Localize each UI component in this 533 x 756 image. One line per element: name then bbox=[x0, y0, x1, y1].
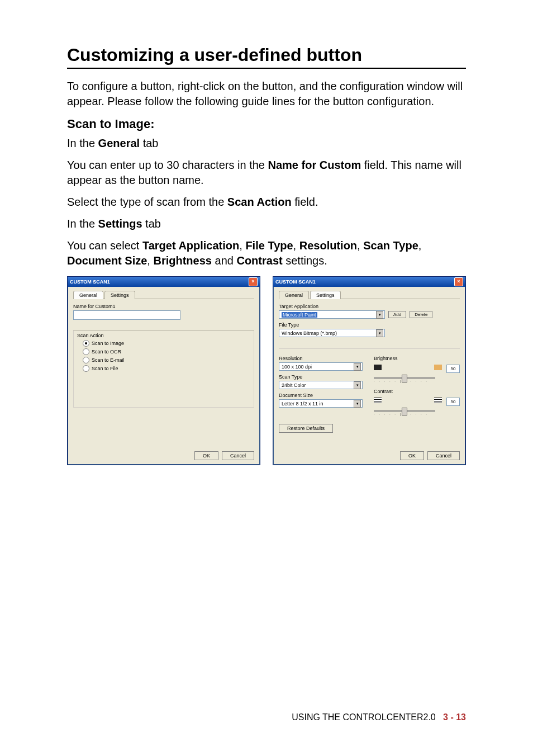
bold-general: General bbox=[98, 137, 140, 149]
dialog-title: CUSTOM SCAN1 bbox=[275, 279, 316, 285]
contrast-slider[interactable]: 50 · · · · · | · · · · · bbox=[374, 398, 460, 416]
scan-action-group: Scan Action Scan to Image Scan to OCR Sc… bbox=[73, 330, 254, 408]
tab-general[interactable]: General bbox=[279, 291, 309, 299]
cancel-button[interactable]: Cancel bbox=[427, 451, 460, 460]
scan-type-select[interactable]: 24bit Color ▾ bbox=[279, 381, 363, 389]
tab-general[interactable]: General bbox=[73, 291, 103, 299]
radio-scan-to-image[interactable]: Scan to Image bbox=[83, 340, 250, 347]
section-title-scan-to-image: Scan to Image: bbox=[67, 117, 466, 131]
cancel-button[interactable]: Cancel bbox=[222, 451, 254, 460]
restore-defaults-button[interactable]: Restore Defaults bbox=[279, 424, 333, 433]
bold-target-app: Target Application bbox=[142, 239, 239, 252]
line-scan-action: Select the type of scan from the Scan Ac… bbox=[67, 195, 466, 210]
radio-scan-to-ocr[interactable]: Scan to OCR bbox=[83, 348, 250, 355]
bold-file-type: File Type bbox=[245, 239, 293, 252]
bold-document-size: Document Size bbox=[67, 254, 147, 267]
bold-name-for-custom: Name for Custom bbox=[268, 159, 361, 171]
light-icon bbox=[434, 365, 442, 370]
dialog-screenshots-row: CUSTOM SCAN1 × General Settings Name for… bbox=[67, 276, 466, 465]
dialog-settings: CUSTOM SCAN1 × General Settings Target A… bbox=[273, 276, 466, 465]
select-value: Windows Bitmap (*.bmp) bbox=[282, 330, 337, 336]
label-scan-type: Scan Type bbox=[279, 374, 365, 380]
tab-settings[interactable]: Settings bbox=[310, 291, 341, 299]
intro-text: To configure a button, right-click on th… bbox=[67, 79, 466, 109]
line-general-tab: In the General tab bbox=[67, 136, 466, 151]
select-value: 100 x 100 dpi bbox=[282, 364, 312, 370]
text: In the bbox=[67, 137, 98, 149]
radio-label: Scan to Image bbox=[92, 341, 124, 346]
label-name-for-custom: Name for Custom1 bbox=[73, 304, 254, 309]
page-heading: Customizing a user-defined button bbox=[67, 45, 466, 65]
select-value: 24bit Color bbox=[282, 382, 306, 388]
ok-button[interactable]: OK bbox=[400, 451, 424, 460]
high-contrast-icon bbox=[434, 398, 442, 403]
radio-scan-to-file[interactable]: Scan to File bbox=[83, 365, 250, 372]
contrast-value: 50 bbox=[446, 398, 460, 406]
low-contrast-icon bbox=[374, 398, 382, 403]
resolution-select[interactable]: 100 x 100 dpi ▾ bbox=[279, 362, 363, 371]
footer-text: USING THE CONTROLCENTER2.0 bbox=[292, 712, 436, 722]
bold-scan-action: Scan Action bbox=[227, 196, 292, 208]
text: tab bbox=[140, 137, 158, 149]
label-brightness: Brightness bbox=[374, 356, 460, 361]
radio-scan-to-email[interactable]: Scan to E-mail bbox=[83, 357, 250, 363]
radio-label: Scan to File bbox=[92, 366, 118, 371]
bold-resolution: Resolution bbox=[299, 239, 357, 252]
label-file-type: File Type bbox=[279, 322, 460, 328]
chevron-down-icon: ▾ bbox=[354, 363, 361, 371]
text: You can select bbox=[67, 239, 142, 252]
text: You can enter up to 30 characters in the bbox=[67, 159, 268, 171]
brightness-slider[interactable]: 50 · · · · · | · · · · · bbox=[374, 365, 460, 383]
footer-page-number: 3 - 13 bbox=[443, 712, 466, 722]
line-settings-tab: In the Settings tab bbox=[67, 216, 466, 231]
name-for-custom-input[interactable] bbox=[73, 310, 180, 320]
dark-icon bbox=[374, 365, 382, 370]
select-value: Letter 8 1/2 x 11 in bbox=[282, 401, 323, 407]
radio-label: Scan to E-mail bbox=[92, 357, 125, 363]
document-size-select[interactable]: Letter 8 1/2 x 11 in ▾ bbox=[279, 399, 363, 408]
tab-settings[interactable]: Settings bbox=[104, 291, 135, 299]
titlebar: CUSTOM SCAN1 × bbox=[68, 277, 260, 287]
chevron-down-icon: ▾ bbox=[354, 400, 361, 408]
file-type-select[interactable]: Windows Bitmap (*.bmp) ▾ bbox=[279, 329, 385, 337]
bold-contrast: Contrast bbox=[236, 254, 282, 267]
tab-bar: General Settings bbox=[73, 290, 254, 299]
tab-bar: General Settings bbox=[279, 290, 460, 299]
label-scan-action: Scan Action bbox=[77, 333, 250, 338]
text: In the bbox=[67, 218, 98, 230]
text: Select the type of scan from the bbox=[67, 196, 227, 208]
text: settings. bbox=[283, 254, 327, 267]
bold-brightness: Brightness bbox=[153, 254, 211, 267]
close-icon[interactable]: × bbox=[454, 277, 463, 286]
brightness-value: 50 bbox=[446, 365, 460, 373]
label-target-application: Target Application bbox=[279, 304, 460, 309]
delete-button[interactable]: Delete bbox=[410, 311, 432, 318]
page-footer: USING THE CONTROLCENTER2.0 3 - 13 bbox=[292, 712, 466, 722]
bold-scan-type: Scan Type bbox=[363, 239, 418, 252]
line-name-for-custom: You can enter up to 30 characters in the… bbox=[67, 158, 466, 188]
chevron-down-icon: ▾ bbox=[354, 381, 361, 389]
add-button[interactable]: Add bbox=[388, 311, 406, 318]
dialog-title: CUSTOM SCAN1 bbox=[70, 279, 110, 285]
chevron-down-icon: ▾ bbox=[376, 311, 383, 319]
select-value: Microsoft Paint bbox=[282, 312, 317, 318]
label-contrast: Contrast bbox=[374, 389, 460, 394]
chevron-down-icon: ▾ bbox=[376, 329, 383, 337]
bold-settings: Settings bbox=[98, 218, 142, 230]
ok-button[interactable]: OK bbox=[194, 451, 218, 460]
titlebar: CUSTOM SCAN1 × bbox=[273, 277, 465, 287]
close-icon[interactable]: × bbox=[249, 277, 258, 286]
line-options-list: You can select Target Application, File … bbox=[67, 238, 466, 268]
target-application-select[interactable]: Microsoft Paint ▾ bbox=[279, 310, 385, 319]
label-resolution: Resolution bbox=[279, 356, 365, 361]
text: tab bbox=[142, 218, 161, 230]
text: field. bbox=[292, 196, 318, 208]
radio-label: Scan to OCR bbox=[92, 349, 121, 355]
heading-rule bbox=[67, 68, 466, 69]
dialog-general: CUSTOM SCAN1 × General Settings Name for… bbox=[67, 276, 260, 465]
label-document-size: Document Size bbox=[279, 393, 365, 398]
